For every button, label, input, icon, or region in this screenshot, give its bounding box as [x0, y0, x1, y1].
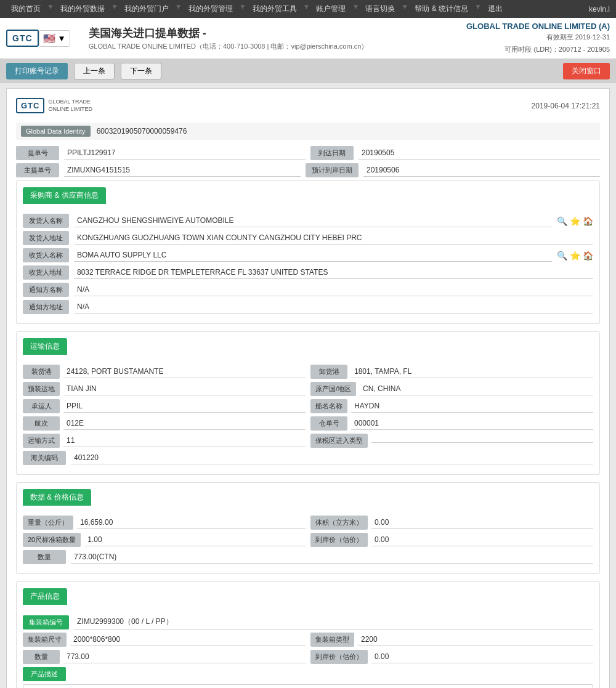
transport-bonded-row: 运输方式 11 保税区进入类型: [23, 434, 593, 448]
shipper-home-icon[interactable]: 🏠: [583, 216, 593, 226]
container-no-value: ZIMU2999300（00 / L / PP）: [74, 615, 593, 629]
page-title: 美国海关进口提单数据 -: [89, 26, 466, 41]
container20-value: 1.00: [84, 533, 306, 546]
weight-label: 重量（公斤）: [23, 516, 73, 530]
transport-section-title: 运输信息: [23, 338, 67, 355]
product-desc-value: WHEEL WEIGHT,TIRE SEAL STRING, TIRE PATC…: [23, 684, 593, 688]
nav-help[interactable]: 帮助 & 统计信息: [410, 2, 473, 15]
container-size-field: 集装箱尺寸 2000*806*800: [23, 633, 306, 647]
carrier-field: 承运人 PPIL: [23, 399, 306, 413]
bonded-field: 保税区进入类型: [310, 434, 593, 448]
hold-field: 仓单号 000001: [310, 416, 593, 431]
consignee-addr-label: 收货人地址: [23, 265, 69, 280]
consignee-search-icon[interactable]: 🔍: [557, 251, 567, 261]
nav-account[interactable]: 账户管理: [311, 2, 351, 15]
origin-label: 原产国/地区: [310, 382, 356, 396]
container-type-value: 2200: [358, 633, 593, 646]
transport-title-row: 运输信息: [23, 338, 593, 360]
bill-no-value: PPILTJ129917: [64, 147, 306, 160]
shipper-star-icon[interactable]: ⭐: [570, 216, 580, 226]
main-bill-value: ZIMUXNG4151515: [64, 164, 301, 177]
doc-logo-box: GTC: [16, 98, 44, 113]
doc-header: GTC GLOBAL TRADEONLINE LIMITED 2019-06-0…: [16, 98, 600, 113]
next-button[interactable]: 下一条: [121, 63, 161, 79]
data-price-section: 数据 & 价格信息 重量（公斤） 16,659.00 体积（立方米） 0.00 …: [16, 482, 600, 574]
pre-transport-label: 预装运地: [23, 382, 60, 396]
container-no-row: 集装箱编号 ZIMU2999300（00 / L / PP）: [23, 615, 593, 629]
container-type-field: 集装箱类型 2200: [310, 633, 593, 647]
notify-addr-label: 通知方地址: [23, 300, 69, 314]
origin-value: CN, CHINA: [360, 382, 593, 395]
load-port-field: 装货港 24128, PORT BUSTAMANTE: [23, 365, 306, 379]
weight-volume-row: 重量（公斤） 16,659.00 体积（立方米） 0.00: [23, 516, 593, 530]
consignee-home-icon[interactable]: 🏠: [583, 251, 593, 261]
close-button[interactable]: 关闭窗口: [563, 63, 610, 79]
top-nav: 我的首页 ▼ 我的外贸数据 ▼ 我的外贸门户 ▼ 我的外贸管理 ▼ 我的外贸工具…: [0, 0, 616, 18]
prev-button[interactable]: 上一条: [74, 63, 115, 79]
origin-field: 原产国/地区 CN, CHINA: [310, 382, 593, 396]
bill-no-label: 提单号: [16, 146, 59, 160]
supplier-title-row: 采购商 & 供应商信息: [23, 187, 593, 209]
notify-name-label: 通知方名称: [23, 283, 69, 297]
global-id-value: 6003201905070000059476: [97, 127, 187, 136]
container20-label: 20尺标准箱数量: [23, 533, 81, 547]
nav-portal[interactable]: 我的外贸门户: [120, 2, 174, 15]
header-right: GLOBAL TRADE ONLINE LIMITED (A) 有效期至 201…: [466, 22, 610, 55]
product-section: 产品信息 集装箱编号 ZIMU2999300（00 / L / PP） 集装箱尺…: [16, 581, 600, 688]
data-price-section-title: 数据 & 价格信息: [23, 489, 91, 506]
flag-icon: 🇺🇸: [43, 33, 55, 44]
container-price-row: 20尺标准箱数量 1.00 到岸价（估价） 0.00: [23, 533, 593, 547]
product-qty-price-row: 数量 773.00 到岸价（估价） 0.00: [23, 650, 593, 664]
consignee-addr-row: 收货人地址 8032 TERRACE RIDGE DR TEMPLETERRAC…: [23, 265, 593, 280]
supplier-section-title: 采购商 & 供应商信息: [23, 187, 106, 204]
quantity-value: 773.00(CTN): [71, 551, 593, 564]
shipper-name-row: 发货人名称 CANGZHOU SHENGSHIWEIYE AUTOMOBILE …: [23, 214, 593, 228]
carrier-vessel-row: 承运人 PPIL 船名名称 HAYDN: [23, 399, 593, 413]
arrival-price-value: 0.00: [371, 533, 593, 546]
nav-tools[interactable]: 我的外贸工具: [248, 2, 302, 15]
unload-port-field: 卸货港 1801, TAMPA, FL: [310, 365, 593, 379]
customs-code-label: 海关编码: [23, 451, 66, 465]
nav-lang[interactable]: 语言切换: [360, 2, 400, 15]
page-header: GTC 🇺🇸 ▼ 美国海关进口提单数据 - GLOBAL TRADE ONLIN…: [0, 18, 616, 59]
nav-logout[interactable]: 退出: [483, 2, 508, 15]
flag-button[interactable]: 🇺🇸 ▼: [39, 30, 70, 47]
global-id-row: Global Data Identity 6003201905070000059…: [16, 123, 600, 140]
shipper-addr-label: 发货人地址: [23, 231, 69, 245]
product-price-label: 到岸价（估价）: [310, 650, 368, 664]
main-bill-row: 主提单号 ZIMUXNG4151515 预计到岸日期 20190506: [16, 163, 600, 177]
logo-area: GTC: [6, 30, 39, 47]
container-no-label: 集装箱编号: [23, 615, 69, 629]
hold-value: 000001: [351, 417, 593, 430]
voyage-label: 航次: [23, 416, 60, 431]
container-size-value: 2000*806*800: [70, 633, 306, 646]
product-price-value: 0.00: [371, 650, 593, 663]
shipper-addr-row: 发货人地址 KONGZHUANG GUOZHUANG TOWN XIAN COU…: [23, 231, 593, 245]
est-arrival-label: 预计到岸日期: [306, 163, 359, 177]
print-button[interactable]: 打印账号记录: [6, 63, 68, 79]
consignee-icons: 🔍 ⭐ 🏠: [557, 251, 593, 261]
data-price-title-row: 数据 & 价格信息: [23, 489, 593, 511]
shipper-addr-value: KONGZHUANG GUOZHUANG TOWN XIAN COUNTY CA…: [74, 232, 593, 245]
nav-management[interactable]: 我的外贸管理: [184, 2, 238, 15]
bonded-label: 保税区进入类型: [310, 434, 368, 448]
arrival-price-field: 到岸价（估价） 0.00: [310, 533, 593, 547]
valid-until: 有效期至 2019-12-31: [466, 32, 610, 43]
nav-home[interactable]: 我的首页: [6, 2, 46, 15]
volume-label: 体积（立方米）: [310, 516, 368, 530]
vessel-value: HAYDN: [351, 400, 593, 413]
product-qty-field: 数量 773.00: [23, 650, 306, 664]
weight-value: 16,659.00: [77, 516, 306, 529]
vessel-field: 船名名称 HAYDN: [310, 399, 593, 413]
customs-code-row: 海关编码 401220: [23, 451, 593, 465]
shipper-search-icon[interactable]: 🔍: [557, 216, 567, 226]
doc-datetime: 2019-06-04 17:21:21: [532, 102, 600, 110]
nav-trade-data[interactable]: 我的外贸数据: [55, 2, 110, 15]
transport-section: 运输信息 装货港 24128, PORT BUSTAMANTE 卸货港 1801…: [16, 331, 600, 475]
consignee-star-icon[interactable]: ⭐: [570, 251, 580, 261]
transport-mode-field: 运输方式 11: [23, 434, 306, 448]
available-time: 可用时段 (LDR)：200712 - 201905: [466, 44, 610, 55]
flag-dropdown-icon: ▼: [58, 34, 66, 43]
doc-logo-subtitle: GLOBAL TRADEONLINE LIMITED: [48, 99, 92, 113]
product-price-field: 到岸价（估价） 0.00: [310, 650, 593, 664]
